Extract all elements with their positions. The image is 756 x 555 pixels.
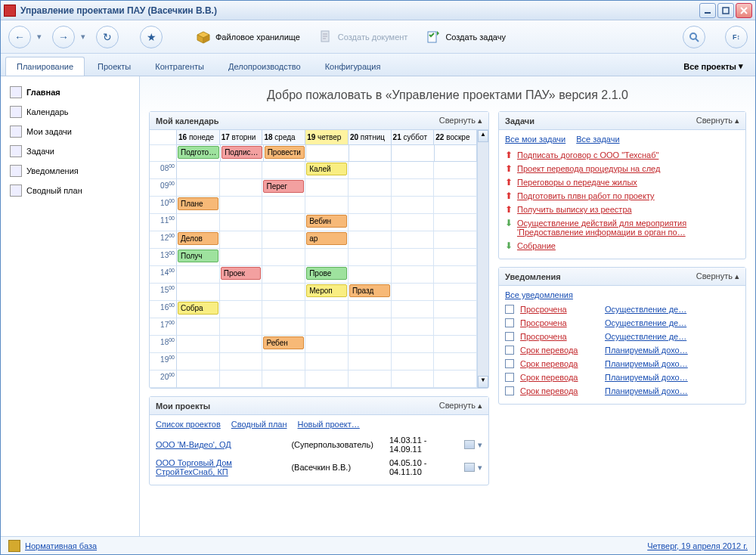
my-tasks-link[interactable]: Все мои задачи	[505, 135, 565, 144]
calendar-event[interactable]: Получ	[178, 250, 218, 262]
calendar-event[interactable]: Перег	[263, 180, 304, 193]
calendar-day-header-cell[interactable]: 17 вторни	[220, 130, 263, 145]
calendar-allday-event[interactable]: Провести	[265, 146, 305, 159]
notification-action[interactable]: Планируемый дохо…	[605, 373, 688, 382]
calendar-event[interactable]: Проек	[221, 267, 262, 280]
tab-planning[interactable]: Планирование	[5, 57, 85, 76]
notification-status[interactable]: Просрочена	[520, 305, 599, 314]
close-button[interactable]	[736, 3, 752, 18]
calendar-panel-title: Мой календарь	[156, 116, 439, 126]
tab-contractors[interactable]: Контрагенты	[144, 57, 215, 76]
project-menu-dropdown[interactable]: ▾	[478, 440, 482, 450]
project-name-link[interactable]: ООО Торговый Дом СтройТехСнаб, КП	[156, 458, 291, 476]
favorites-button[interactable]: ★	[140, 26, 163, 48]
scroll-up-button[interactable]: ▲	[478, 130, 488, 142]
file-storage-button[interactable]: Файловое хранилище	[190, 26, 306, 48]
sidebar-item-summary-plan[interactable]: Сводный план	[4, 181, 136, 200]
scroll-down-button[interactable]: ▼	[478, 376, 488, 388]
notification-action[interactable]: Осуществление де…	[605, 305, 686, 314]
calendar-event[interactable]: ар	[306, 232, 347, 245]
search-button[interactable]	[683, 26, 705, 48]
fullscreen-button[interactable]: F↕	[725, 26, 748, 48]
maximize-button[interactable]	[717, 3, 734, 18]
notification-checkbox[interactable]	[505, 346, 514, 355]
notification-action[interactable]: Планируемый дохо…	[605, 386, 688, 395]
task-link[interactable]: Собрание	[517, 241, 556, 250]
calendar-event[interactable]: Плане	[178, 197, 218, 210]
calendar-day-header-cell[interactable]: 16 понеде	[177, 130, 220, 145]
calendar-event[interactable]: Прове	[306, 267, 347, 280]
notification-status[interactable]: Срок перевода	[520, 346, 599, 355]
notification-checkbox[interactable]	[505, 386, 514, 395]
notification-checkbox[interactable]	[505, 318, 514, 327]
notification-checkbox[interactable]	[505, 332, 514, 341]
calendar-day-header-cell[interactable]: 18 среда	[262, 130, 305, 145]
calendar-event[interactable]: Празд	[349, 284, 390, 297]
all-projects-dropdown[interactable]: Все проекты▾	[676, 57, 751, 76]
calendar-collapse[interactable]: Свернуть ▴	[439, 116, 482, 126]
notification-action[interactable]: Планируемый дохо…	[605, 359, 688, 368]
notification-status[interactable]: Просрочена	[520, 318, 599, 327]
task-link[interactable]: Осуществление действий для мероприятия '…	[517, 219, 739, 237]
notifications-collapse[interactable]: Свернуть ▴	[696, 271, 739, 281]
projects-collapse[interactable]: Свернуть ▴	[439, 401, 482, 411]
back-button[interactable]: ←	[8, 26, 31, 48]
task-link[interactable]: Переговоры о передаче жилых	[517, 178, 637, 187]
task-link[interactable]: Получить выписку из реестра	[517, 205, 632, 214]
notification-status[interactable]: Срок перевода	[520, 386, 599, 395]
notification-action[interactable]: Осуществление де…	[605, 332, 686, 341]
calendar-event[interactable]: Ребен	[263, 336, 304, 349]
calendar-day-header-cell[interactable]: 20 пятниц	[349, 130, 392, 145]
project-menu-dropdown[interactable]: ▾	[478, 463, 482, 473]
calendar-event[interactable]: Калей	[306, 163, 347, 175]
projects-list-link[interactable]: Список проектов	[156, 420, 221, 429]
minimize-button[interactable]	[699, 3, 716, 18]
gantt-icon[interactable]	[464, 440, 475, 449]
all-notifications-link[interactable]: Все уведомления	[505, 290, 573, 299]
all-tasks-link[interactable]: Все задачи	[576, 135, 619, 144]
notification-checkbox[interactable]	[505, 305, 514, 314]
create-task-button[interactable]: Создать задачу	[420, 26, 512, 48]
forward-button[interactable]: →	[52, 26, 75, 48]
calendar-event[interactable]: Мероп	[306, 284, 347, 297]
new-project-link[interactable]: Новый проект…	[298, 420, 360, 429]
calendar-allday-event[interactable]: Подпис…	[222, 146, 262, 159]
calendar-event[interactable]: Делов	[178, 232, 218, 245]
forward-history-dropdown[interactable]: ▾	[81, 32, 90, 42]
create-document-button[interactable]: Создать документ	[312, 26, 414, 48]
task-link[interactable]: Проект перевода процедуры на след	[517, 164, 660, 173]
summary-plan-link[interactable]: Сводный план	[231, 420, 287, 429]
calendar-day-header-cell[interactable]: 22 воскре	[434, 130, 477, 145]
calendar-scrollbar[interactable]: ▲ ▼	[477, 130, 488, 388]
notification-checkbox[interactable]	[505, 359, 514, 368]
calendar-event[interactable]: Вебин	[306, 215, 347, 228]
back-history-dropdown[interactable]: ▾	[37, 32, 46, 42]
notification-status[interactable]: Просрочена	[520, 332, 599, 341]
notification-action[interactable]: Планируемый дохо…	[605, 346, 688, 355]
task-link[interactable]: Подписать договор с ООО "Техснаб"	[517, 150, 658, 160]
notification-action[interactable]: Осуществление де…	[605, 318, 686, 327]
sidebar-item-notifications[interactable]: Уведомления	[4, 161, 136, 181]
project-name-link[interactable]: ООО 'М-Видео', ОД	[156, 440, 291, 449]
date-link[interactable]: Четверг, 19 апреля 2012 г.	[647, 541, 748, 550]
tasks-collapse[interactable]: Свернуть ▴	[696, 116, 739, 126]
notification-status[interactable]: Срок перевода	[520, 373, 599, 382]
tab-projects[interactable]: Проекты	[86, 57, 142, 76]
refresh-button[interactable]: ↻	[96, 26, 119, 48]
calendar-grid[interactable]: КалейПерегПланеВебинДеловарПолучПроекПро…	[177, 162, 477, 388]
task-link[interactable]: Подготовить плвн работ по проекту	[517, 191, 655, 200]
calendar-allday-event[interactable]: Подгото…	[178, 146, 219, 159]
calendar-day-header-cell[interactable]: 19 четвер	[305, 130, 349, 145]
sidebar-item-my-tasks[interactable]: Мои задачи	[4, 122, 136, 141]
calendar-event[interactable]: Собра	[178, 302, 218, 315]
gantt-icon[interactable]	[464, 463, 475, 472]
calendar-day-header-cell[interactable]: 21 суббот	[392, 130, 435, 145]
sidebar-item-tasks[interactable]: Задачи	[4, 141, 136, 161]
normative-base-link[interactable]: Нормативная база	[25, 541, 97, 550]
notification-status[interactable]: Срок перевода	[520, 359, 599, 368]
tab-config[interactable]: Конфигурация	[314, 57, 392, 76]
tab-paperwork[interactable]: Делопроизводство	[217, 57, 312, 76]
sidebar-item-home[interactable]: Главная	[4, 82, 136, 102]
sidebar-item-calendar[interactable]: Календарь	[4, 102, 136, 122]
notification-checkbox[interactable]	[505, 373, 514, 382]
